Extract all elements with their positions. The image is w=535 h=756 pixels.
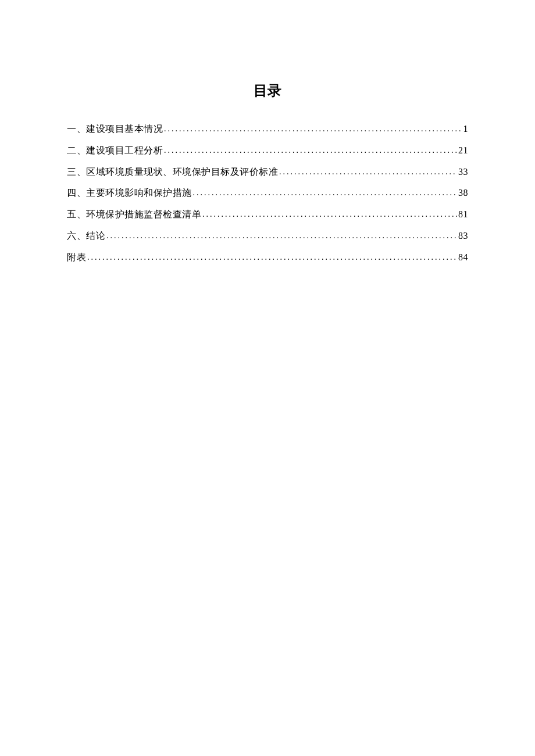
toc-entry: 二、建设项目工程分析 21: [67, 140, 468, 162]
toc-entry-page: 21: [458, 140, 468, 162]
document-page: 目录 一、建设项目基本情况 1 二、建设项目工程分析 21 三、区域环境质量现状…: [0, 0, 535, 268]
toc-entry-page: 83: [458, 225, 468, 247]
toc-entry-page: 1: [463, 119, 469, 140]
toc-entry: 六、结论 83: [67, 225, 468, 247]
toc-dots: [164, 141, 457, 160]
toc-entry-page: 38: [458, 182, 468, 204]
toc-entry-page: 84: [458, 247, 468, 268]
toc-entry-label: 四、主要环境影响和保护措施: [67, 182, 192, 204]
toc-entry-label: 五、环境保护措施监督检查清单: [67, 204, 201, 225]
toc-dots: [193, 184, 458, 202]
toc-entry-label: 三、区域环境质量现状、环境保护目标及评价标准: [67, 162, 278, 183]
toc-entry: 四、主要环境影响和保护措施 38: [67, 182, 468, 204]
toc-title: 目录: [67, 81, 468, 100]
toc-entry-label: 六、结论: [67, 225, 105, 247]
toc-entry-label: 一、建设项目基本情况: [67, 119, 163, 140]
toc-entry-page: 81: [458, 204, 468, 225]
toc-entry-page: 33: [458, 162, 468, 183]
toc-dots: [87, 248, 457, 267]
toc-entry: 一、建设项目基本情况 1: [67, 119, 468, 140]
toc-dots: [106, 227, 457, 245]
toc-dots: [164, 120, 462, 138]
toc-entry: 五、环境保护措施监督检查清单 81: [67, 204, 468, 225]
toc-entry-label: 二、建设项目工程分析: [67, 140, 163, 162]
toc-entry: 三、区域环境质量现状、环境保护目标及评价标准 33: [67, 162, 468, 183]
toc-entry-label: 附表: [67, 247, 86, 268]
toc-dots: [202, 205, 457, 224]
toc-dots: [279, 163, 457, 181]
table-of-contents: 一、建设项目基本情况 1 二、建设项目工程分析 21 三、区域环境质量现状、环境…: [67, 119, 468, 268]
toc-entry: 附表 84: [67, 247, 468, 268]
